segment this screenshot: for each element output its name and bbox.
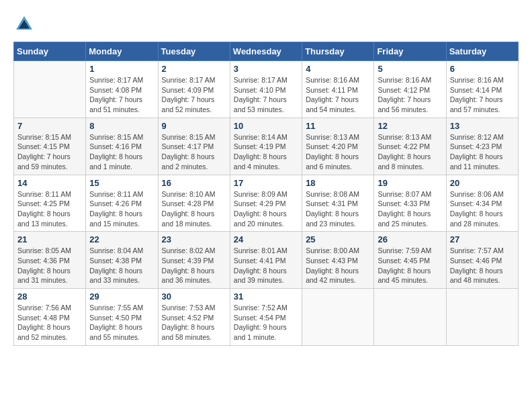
weekday-header-monday: Monday — [86, 42, 158, 61]
day-info: Sunrise: 8:17 AMSunset: 4:09 PMDaylight:… — [162, 75, 226, 115]
day-number: 30 — [162, 291, 226, 302]
calendar-cell: 25Sunrise: 8:00 AMSunset: 4:43 PMDayligh… — [302, 232, 374, 289]
calendar-cell: 3Sunrise: 8:17 AMSunset: 4:10 PMDaylight… — [230, 61, 302, 118]
logo-icon — [13, 13, 35, 35]
calendar-cell: 7Sunrise: 8:15 AMSunset: 4:15 PMDaylight… — [14, 118, 86, 175]
day-info: Sunrise: 8:04 AMSunset: 4:38 PMDaylight:… — [89, 246, 154, 285]
day-number: 13 — [450, 121, 515, 131]
day-info: Sunrise: 8:07 AMSunset: 4:33 PMDaylight:… — [378, 189, 442, 229]
day-info: Sunrise: 8:05 AMSunset: 4:36 PMDaylight:… — [17, 246, 82, 285]
calendar-cell: 5Sunrise: 8:16 AMSunset: 4:12 PMDaylight… — [374, 61, 446, 118]
day-number: 27 — [450, 234, 515, 244]
calendar-cell: 31Sunrise: 7:52 AMSunset: 4:54 PMDayligh… — [230, 289, 302, 346]
day-info: Sunrise: 8:16 AMSunset: 4:11 PMDaylight:… — [306, 75, 370, 115]
day-number: 28 — [17, 291, 82, 302]
day-number: 9 — [162, 121, 226, 131]
day-number: 3 — [234, 64, 298, 74]
day-number: 12 — [378, 121, 442, 131]
day-number: 4 — [306, 64, 370, 74]
weekday-header-wednesday: Wednesday — [230, 42, 302, 61]
day-number: 21 — [17, 234, 82, 244]
day-number: 29 — [89, 291, 154, 302]
day-number: 18 — [306, 178, 370, 188]
day-info: Sunrise: 7:59 AMSunset: 4:45 PMDaylight:… — [378, 246, 442, 285]
calendar-cell: 1Sunrise: 8:17 AMSunset: 4:08 PMDaylight… — [86, 61, 158, 118]
calendar-cell: 27Sunrise: 7:57 AMSunset: 4:46 PMDayligh… — [446, 232, 518, 289]
calendar-cell: 20Sunrise: 8:06 AMSunset: 4:34 PMDayligh… — [446, 175, 518, 232]
day-info: Sunrise: 8:11 AMSunset: 4:26 PMDaylight:… — [89, 189, 154, 229]
day-number: 26 — [378, 234, 442, 244]
day-number: 24 — [234, 234, 298, 244]
calendar-cell: 22Sunrise: 8:04 AMSunset: 4:38 PMDayligh… — [86, 232, 158, 289]
day-info: Sunrise: 8:15 AMSunset: 4:15 PMDaylight:… — [17, 132, 82, 172]
day-number: 23 — [162, 234, 226, 244]
day-info: Sunrise: 8:14 AMSunset: 4:19 PMDaylight:… — [234, 132, 298, 172]
weekday-header-friday: Friday — [374, 42, 446, 61]
day-info: Sunrise: 8:00 AMSunset: 4:43 PMDaylight:… — [306, 246, 370, 285]
day-number: 19 — [378, 178, 442, 188]
day-info: Sunrise: 8:15 AMSunset: 4:17 PMDaylight:… — [162, 132, 226, 172]
calendar-cell: 18Sunrise: 8:08 AMSunset: 4:31 PMDayligh… — [302, 175, 374, 232]
day-number: 22 — [89, 234, 154, 244]
calendar-cell: 4Sunrise: 8:16 AMSunset: 4:11 PMDaylight… — [302, 61, 374, 118]
calendar-cell: 24Sunrise: 8:01 AMSunset: 4:41 PMDayligh… — [230, 232, 302, 289]
weekday-header-row: SundayMondayTuesdayWednesdayThursdayFrid… — [14, 42, 519, 61]
day-number: 15 — [89, 178, 154, 188]
calendar-cell: 30Sunrise: 7:53 AMSunset: 4:52 PMDayligh… — [158, 289, 230, 346]
calendar-cell: 23Sunrise: 8:02 AMSunset: 4:39 PMDayligh… — [158, 232, 230, 289]
calendar-cell: 19Sunrise: 8:07 AMSunset: 4:33 PMDayligh… — [374, 175, 446, 232]
calendar-cell: 11Sunrise: 8:13 AMSunset: 4:20 PMDayligh… — [302, 118, 374, 175]
day-info: Sunrise: 8:08 AMSunset: 4:31 PMDaylight:… — [306, 189, 370, 229]
day-info: Sunrise: 7:55 AMSunset: 4:50 PMDaylight:… — [89, 303, 154, 342]
day-info: Sunrise: 8:13 AMSunset: 4:20 PMDaylight:… — [306, 132, 370, 172]
day-info: Sunrise: 8:13 AMSunset: 4:22 PMDaylight:… — [378, 132, 442, 172]
day-number: 1 — [89, 64, 154, 74]
day-info: Sunrise: 7:52 AMSunset: 4:54 PMDaylight:… — [234, 303, 298, 342]
calendar-cell: 13Sunrise: 8:12 AMSunset: 4:23 PMDayligh… — [446, 118, 518, 175]
day-info: Sunrise: 8:09 AMSunset: 4:29 PMDaylight:… — [234, 189, 298, 229]
day-number: 25 — [306, 234, 370, 244]
day-number: 14 — [17, 178, 82, 188]
day-info: Sunrise: 7:56 AMSunset: 4:48 PMDaylight:… — [17, 303, 82, 342]
calendar-cell: 21Sunrise: 8:05 AMSunset: 4:36 PMDayligh… — [14, 232, 86, 289]
week-row-5: 28Sunrise: 7:56 AMSunset: 4:48 PMDayligh… — [14, 289, 519, 346]
calendar-table: SundayMondayTuesdayWednesdayThursdayFrid… — [13, 42, 519, 346]
weekday-header-tuesday: Tuesday — [158, 42, 230, 61]
day-info: Sunrise: 8:11 AMSunset: 4:25 PMDaylight:… — [17, 189, 82, 229]
calendar-cell: 29Sunrise: 7:55 AMSunset: 4:50 PMDayligh… — [86, 289, 158, 346]
calendar-cell — [14, 61, 86, 118]
calendar-cell: 10Sunrise: 8:14 AMSunset: 4:19 PMDayligh… — [230, 118, 302, 175]
day-number: 31 — [234, 291, 298, 302]
day-number: 5 — [378, 64, 442, 74]
calendar-cell: 16Sunrise: 8:10 AMSunset: 4:28 PMDayligh… — [158, 175, 230, 232]
day-number: 17 — [234, 178, 298, 188]
calendar-cell: 17Sunrise: 8:09 AMSunset: 4:29 PMDayligh… — [230, 175, 302, 232]
calendar-cell — [374, 289, 446, 346]
calendar-cell: 12Sunrise: 8:13 AMSunset: 4:22 PMDayligh… — [374, 118, 446, 175]
day-info: Sunrise: 8:15 AMSunset: 4:16 PMDaylight:… — [89, 132, 154, 172]
day-info: Sunrise: 7:53 AMSunset: 4:52 PMDaylight:… — [162, 303, 226, 342]
weekday-header-saturday: Saturday — [446, 42, 518, 61]
day-number: 7 — [17, 121, 82, 131]
weekday-header-thursday: Thursday — [302, 42, 374, 61]
calendar-cell: 26Sunrise: 7:59 AMSunset: 4:45 PMDayligh… — [374, 232, 446, 289]
day-number: 20 — [450, 178, 515, 188]
day-info: Sunrise: 8:10 AMSunset: 4:28 PMDaylight:… — [162, 189, 226, 229]
day-info: Sunrise: 8:06 AMSunset: 4:34 PMDaylight:… — [450, 189, 515, 229]
calendar-cell: 6Sunrise: 8:16 AMSunset: 4:14 PMDaylight… — [446, 61, 518, 118]
day-number: 2 — [162, 64, 226, 74]
day-number: 6 — [450, 64, 515, 74]
calendar-cell: 14Sunrise: 8:11 AMSunset: 4:25 PMDayligh… — [14, 175, 86, 232]
week-row-1: 1Sunrise: 8:17 AMSunset: 4:08 PMDaylight… — [14, 61, 519, 118]
calendar-cell — [446, 289, 518, 346]
day-number: 11 — [306, 121, 370, 131]
calendar-cell — [302, 289, 374, 346]
page-header — [13, 13, 519, 35]
week-row-2: 7Sunrise: 8:15 AMSunset: 4:15 PMDaylight… — [14, 118, 519, 175]
calendar-cell: 28Sunrise: 7:56 AMSunset: 4:48 PMDayligh… — [14, 289, 86, 346]
calendar-cell: 8Sunrise: 8:15 AMSunset: 4:16 PMDaylight… — [86, 118, 158, 175]
calendar-cell: 15Sunrise: 8:11 AMSunset: 4:26 PMDayligh… — [86, 175, 158, 232]
calendar-cell: 9Sunrise: 8:15 AMSunset: 4:17 PMDaylight… — [158, 118, 230, 175]
logo — [13, 13, 38, 35]
week-row-4: 21Sunrise: 8:05 AMSunset: 4:36 PMDayligh… — [14, 232, 519, 289]
